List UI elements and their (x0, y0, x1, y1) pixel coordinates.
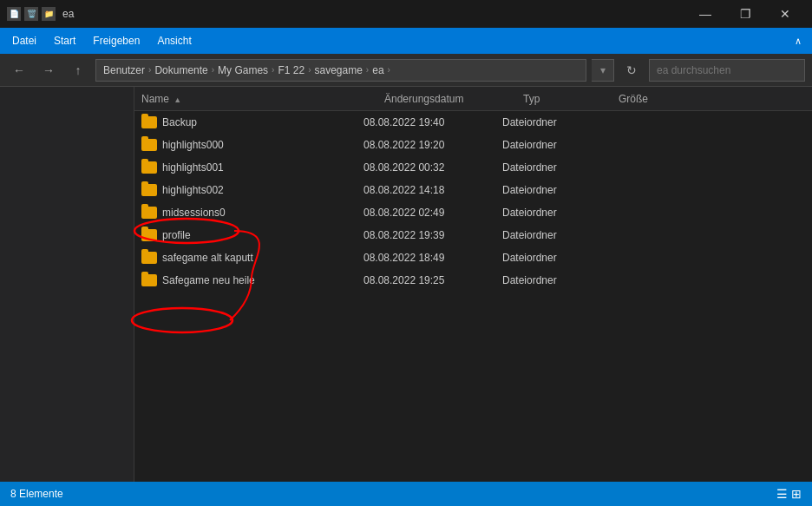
sep3: › (272, 65, 274, 75)
file-date-cell: 08.08.2022 02:49 (363, 207, 502, 219)
file-date-cell: 08.08.2022 14:18 (363, 184, 502, 196)
file-name: safegame alt kaputt (162, 252, 253, 264)
minimize-button[interactable]: — (685, 0, 725, 28)
file-list-area: Name ▲ Änderungsdatum Typ Größe Backup 0… (134, 87, 812, 482)
file-name: midsessions0 (162, 207, 226, 219)
file-type-cell: Dateiordner (502, 274, 598, 286)
file-type-cell: Dateiordner (502, 161, 598, 174)
table-row[interactable]: profile 08.08.2022 19:39 Dateiordner (134, 224, 812, 246)
status-count: 8 Elemente (10, 488, 63, 500)
breadcrumb-bar[interactable]: Benutzer › Dokumente › My Games › F1 22 … (95, 59, 586, 82)
table-row[interactable]: highlights002 08.08.2022 14:18 Dateiordn… (134, 179, 812, 201)
folder-icon (141, 184, 157, 196)
file-type-cell: Dateiordner (502, 229, 598, 241)
table-row[interactable]: safegame alt kaputt 08.08.2022 18:49 Dat… (134, 246, 812, 269)
file-name: profile (162, 229, 191, 241)
trash-icon: 🗑️ (24, 7, 38, 21)
file-date-cell: 08.08.2022 19:39 (363, 229, 502, 241)
sep4: › (308, 65, 311, 75)
maximize-button[interactable]: ❐ (725, 0, 765, 28)
folder-icon (141, 229, 157, 241)
file-date-cell: 08.08.2022 19:40 (363, 116, 502, 128)
menu-freigeben[interactable]: Freigeben (84, 31, 148, 50)
table-row[interactable]: highlights000 08.08.2022 19:20 Dateiordn… (134, 134, 812, 156)
file-name-cell: Safegame neu heile (141, 274, 363, 286)
file-name-cell: highlights001 (141, 161, 363, 174)
file-name: highlights002 (162, 184, 224, 196)
address-bar: ← → ↑ Benutzer › Dokumente › My Games › … (0, 54, 812, 87)
file-name-cell: highlights002 (141, 184, 363, 196)
menu-datei[interactable]: Datei (3, 31, 45, 50)
folder-icon (141, 252, 157, 264)
view-tiles-button[interactable]: ⊞ (791, 487, 802, 501)
file-date-cell: 08.08.2022 19:25 (363, 274, 502, 286)
breadcrumb-benutzer: Benutzer (103, 64, 145, 76)
folder-icon (141, 116, 157, 128)
doc-icon: 📄 (7, 7, 21, 21)
refresh-button[interactable]: ↻ (619, 59, 644, 82)
file-date-cell: 08.08.2022 00:32 (363, 161, 502, 174)
file-list-header: Name ▲ Änderungsdatum Typ Größe (134, 87, 812, 111)
breadcrumb-ea: ea (372, 64, 383, 76)
sep6: › (388, 65, 390, 75)
sep5: › (366, 65, 369, 75)
sep2: › (212, 65, 214, 75)
file-name-cell: highlights000 (141, 139, 363, 151)
title-bar: 📄 🗑️ 📁 ea — ❐ ✕ (0, 0, 812, 28)
file-type-cell: Dateiordner (502, 116, 598, 128)
sort-arrow: ▲ (174, 95, 181, 104)
menu-ansicht[interactable]: Ansicht (148, 31, 200, 50)
sidebar (0, 87, 134, 482)
status-bar: 8 Elemente ☰ ⊞ (0, 482, 812, 506)
table-row[interactable]: highlights001 08.08.2022 00:32 Dateiordn… (134, 156, 812, 179)
col-header-size[interactable]: Größe (619, 93, 688, 105)
folder-quick-icon: 📁 (42, 7, 56, 21)
sep1: › (148, 65, 151, 75)
back-button[interactable]: ← (7, 59, 31, 82)
menu-chevron: ∧ (788, 32, 809, 50)
forward-button[interactable]: → (36, 59, 61, 82)
file-type-cell: Dateiordner (502, 207, 598, 219)
file-rows: Backup 08.08.2022 19:40 Dateiordner high… (134, 111, 812, 292)
folder-icon (141, 139, 157, 151)
close-button[interactable]: ✕ (765, 0, 805, 28)
breadcrumb-savegame: savegame (314, 64, 362, 76)
file-date-cell: 08.08.2022 19:20 (363, 139, 502, 151)
main-area: Name ▲ Änderungsdatum Typ Größe Backup 0… (0, 87, 812, 482)
breadcrumb-dropdown[interactable]: ▾ (592, 59, 614, 82)
col-header-type[interactable]: Typ (523, 93, 619, 105)
menu-start[interactable]: Start (45, 31, 84, 50)
file-type-cell: Dateiordner (502, 252, 598, 264)
table-row[interactable]: Backup 08.08.2022 19:40 Dateiordner (134, 111, 812, 134)
search-box[interactable] (649, 59, 805, 82)
col-header-name[interactable]: Name ▲ (141, 93, 384, 105)
file-name-cell: Backup (141, 116, 363, 128)
folder-icon (141, 274, 157, 286)
file-type-cell: Dateiordner (502, 139, 598, 151)
breadcrumb-mygames: My Games (218, 64, 268, 76)
folder-icon (141, 161, 157, 174)
file-name: highlights001 (162, 161, 224, 174)
file-name: Safegame neu heile (162, 274, 255, 286)
menu-bar: Datei Start Freigeben Ansicht ∧ (0, 28, 812, 54)
table-row[interactable]: Safegame neu heile 08.08.2022 19:25 Date… (134, 269, 812, 292)
file-name: Backup (162, 116, 197, 128)
breadcrumb-dokumente: Dokumente (154, 64, 207, 76)
folder-icon (141, 207, 157, 219)
col-header-date[interactable]: Änderungsdatum (384, 93, 523, 105)
window-title: ea (62, 8, 685, 20)
file-name: highlights000 (162, 139, 224, 151)
table-row[interactable]: midsessions0 08.08.2022 02:49 Dateiordne… (134, 201, 812, 224)
file-date-cell: 08.08.2022 18:49 (363, 252, 502, 264)
window-controls: — ❐ ✕ (685, 0, 805, 28)
up-button[interactable]: ↑ (66, 59, 90, 82)
search-input[interactable] (657, 64, 797, 76)
view-details-button[interactable]: ☰ (776, 487, 788, 501)
breadcrumb-f122: F1 22 (278, 64, 304, 76)
file-name-cell: safegame alt kaputt (141, 252, 363, 264)
title-bar-icons: 📄 🗑️ 📁 (7, 7, 56, 21)
file-name-cell: profile (141, 229, 363, 241)
file-type-cell: Dateiordner (502, 184, 598, 196)
file-name-cell: midsessions0 (141, 207, 363, 219)
